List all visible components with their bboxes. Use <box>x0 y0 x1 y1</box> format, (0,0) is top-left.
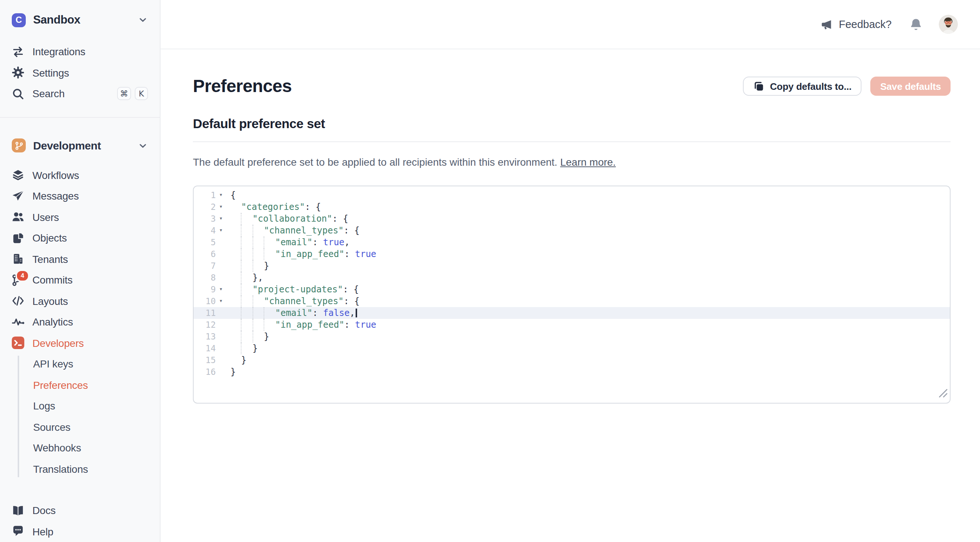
feedback-button[interactable]: Feedback? <box>821 18 892 30</box>
sidebar-subitem-sources[interactable]: Sources <box>0 416 160 437</box>
code-line[interactable]: 15} <box>194 355 950 367</box>
sidebar-item-tenants[interactable]: Tenants <box>0 249 160 269</box>
token-p: : { <box>332 213 348 225</box>
token-p: : <box>313 308 323 319</box>
resize-handle-icon[interactable] <box>938 387 948 401</box>
token-k: "email" <box>275 237 313 249</box>
indent-guide <box>241 308 253 319</box>
code-text: "categories": { <box>228 201 321 213</box>
code-line[interactable]: 8}, <box>194 272 950 284</box>
editor-gutter: 10▾ <box>194 296 228 308</box>
sidebar-subitem-logs[interactable]: Logs <box>0 395 160 416</box>
shortcut-key: K <box>135 87 148 100</box>
fold-toggle-icon[interactable]: ▾ <box>216 213 226 225</box>
token-k: "email" <box>275 308 313 319</box>
sidebar-subitem-api-keys[interactable]: API keys <box>0 354 160 375</box>
workspace-name: Sandbox <box>33 13 130 27</box>
code-line[interactable]: 16} <box>194 367 950 378</box>
sidebar-item-search[interactable]: Search⌘K <box>0 83 160 104</box>
sidebar-subitem-translations[interactable]: Translations <box>0 458 160 480</box>
sidebar-bottom-group: DocsHelp <box>0 500 160 542</box>
environment-switcher[interactable]: Development <box>0 132 160 159</box>
indent-guide <box>241 272 253 284</box>
code-line[interactable]: 11"email": false, <box>194 308 950 319</box>
fold-toggle-icon[interactable]: ▾ <box>216 296 226 308</box>
indent-spacer <box>231 213 241 225</box>
code-line[interactable]: 3▾"collaboration": { <box>194 213 950 225</box>
sidebar-item-label: Developers <box>32 337 148 349</box>
sidebar-item-docs[interactable]: Docs <box>0 500 160 521</box>
bell-icon <box>909 18 923 31</box>
sidebar-item-settings[interactable]: Settings <box>0 62 160 83</box>
indent-guide <box>241 319 253 331</box>
line-number: 7 <box>194 261 216 271</box>
code-line[interactable]: 6"in_app_feed": true <box>194 249 950 260</box>
indent-guide <box>264 249 275 260</box>
copy-defaults-button[interactable]: Copy defaults to... <box>743 77 862 96</box>
code-line[interactable]: 13} <box>194 331 950 343</box>
code-line[interactable]: 7} <box>194 260 950 272</box>
indent-spacer <box>231 284 241 296</box>
sidebar-item-help[interactable]: Help <box>0 521 160 542</box>
sidebar-item-workflows[interactable]: Workflows <box>0 164 160 186</box>
line-number: 1 <box>194 190 216 201</box>
code-line[interactable]: 14} <box>194 343 950 355</box>
messages-icon <box>12 190 24 202</box>
sidebar-item-integrations[interactable]: Integrations <box>0 41 160 62</box>
token-p: : { <box>343 284 359 296</box>
code-line[interactable]: 5"email": true, <box>194 237 950 249</box>
token-p: : { <box>305 201 321 213</box>
sidebar-item-commits[interactable]: 4Commits <box>0 269 160 290</box>
fold-toggle-icon[interactable]: ▾ <box>216 284 226 296</box>
sidebar-item-users[interactable]: Users <box>0 207 160 228</box>
editor-gutter: 6 <box>194 249 228 260</box>
save-defaults-button[interactable]: Save defaults <box>871 77 951 96</box>
token-b: false <box>323 308 350 319</box>
user-avatar[interactable] <box>939 15 958 34</box>
sidebar-item-developers[interactable]: Developers <box>0 333 160 354</box>
sidebar-item-layouts[interactable]: Layouts <box>0 290 160 311</box>
sidebar-item-analytics[interactable]: Analytics <box>0 311 160 333</box>
code-line[interactable]: 1▾{ <box>194 190 950 201</box>
sidebar-item-objects[interactable]: Objects <box>0 228 160 249</box>
code-line[interactable]: 12"in_app_feed": true <box>194 319 950 331</box>
sidebar-item-messages[interactable]: Messages <box>0 186 160 207</box>
sidebar-item-label: Messages <box>32 190 148 202</box>
code-line[interactable]: 10▾"channel_types": { <box>194 296 950 308</box>
search-shortcut: ⌘K <box>117 87 148 100</box>
code-line[interactable]: 4▾"channel_types": { <box>194 225 950 237</box>
editor-gutter: 7 <box>194 261 228 271</box>
token-p: } <box>264 260 269 272</box>
fold-toggle-icon[interactable]: ▾ <box>216 201 226 213</box>
environment-name: Development <box>33 139 130 152</box>
code-line[interactable]: 2▾"categories": { <box>194 201 950 213</box>
line-number: 10 <box>194 297 216 307</box>
sidebar-item-label: Analytics <box>32 316 148 328</box>
token-b: true <box>323 237 345 249</box>
code-line[interactable]: 9▾"project-updates": { <box>194 284 950 296</box>
sidebar-item-label: Tenants <box>32 253 148 265</box>
token-k: "in_app_feed" <box>275 249 345 260</box>
section-divider <box>193 141 951 142</box>
token-p: , <box>344 237 349 249</box>
workflows-icon <box>12 169 24 182</box>
editor-gutter: 13 <box>194 332 228 342</box>
workspace-logo: C <box>12 13 26 27</box>
fold-toggle-icon[interactable]: ▾ <box>216 225 226 237</box>
sidebar-item-label: Commits <box>32 274 148 286</box>
indent-guide <box>264 308 275 319</box>
editor-gutter: 16 <box>194 367 228 378</box>
json-code-editor[interactable]: 1▾{2▾"categories": {3▾"collaboration": {… <box>193 186 951 404</box>
code-text: "email": true, <box>228 237 350 249</box>
workspace-switcher[interactable]: C Sandbox <box>0 0 160 40</box>
learn-more-link[interactable]: Learn more. <box>560 156 616 168</box>
indent-guide <box>253 249 264 260</box>
token-p: } <box>231 367 235 378</box>
sidebar-subitem-preferences[interactable]: Preferences <box>0 375 160 395</box>
text-cursor <box>356 309 357 318</box>
line-number: 5 <box>194 238 216 248</box>
sidebar-item-label: Objects <box>32 232 148 244</box>
sidebar-subitem-webhooks[interactable]: Webhooks <box>0 437 160 458</box>
fold-toggle-icon[interactable]: ▾ <box>216 190 226 201</box>
notifications-button[interactable] <box>909 18 923 31</box>
